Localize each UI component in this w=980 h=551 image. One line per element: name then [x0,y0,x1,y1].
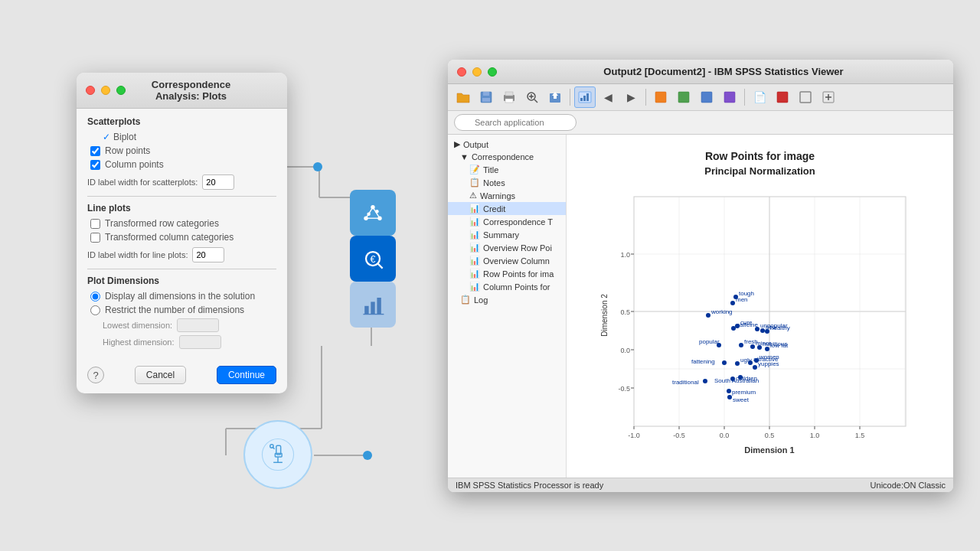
nav-col-points-label: Column Points for [483,282,550,292]
svg-rect-28 [275,454,282,457]
svg-text:fattening: fattening [691,358,715,365]
flow-node-network[interactable] [350,190,396,236]
row-points-checkbox[interactable] [90,146,100,156]
toolbar-export[interactable] [544,86,566,108]
spss-close-button[interactable] [457,67,466,77]
biplot-check-row: ✓ Biplot [87,132,276,142]
continue-button[interactable]: Continue [217,366,276,384]
id-value-line-input[interactable]: 20 [192,247,224,262]
toolbar-b4[interactable] [719,86,740,108]
display-all-row: Display all dimensions in the solution [87,291,276,302]
toolbar-doc[interactable]: 📄 [749,86,770,108]
svg-text:women: women [759,354,779,360]
transformed-col-label: Transformed column categories [105,232,234,243]
minimize-button[interactable] [101,86,110,95]
svg-point-97 [750,344,755,349]
microscope-icon [261,438,295,471]
highest-dim-input[interactable] [179,335,221,349]
dialog-footer: ? Cancel Continue [77,360,287,393]
toolbar-print[interactable] [498,86,520,108]
nav-output-icon: ▶ [454,139,460,149]
maximize-button[interactable] [116,86,126,95]
toolbar-add[interactable] [818,86,839,108]
svg-text:sweet: sweet [733,396,750,403]
help-button[interactable]: ? [87,367,104,383]
svg-text:1.5: 1.5 [854,432,864,439]
flow-node-barchart[interactable] [350,282,396,328]
toolbar-sep-3 [744,89,745,106]
toolbar-redo[interactable]: ▶ [620,86,642,108]
close-button[interactable] [86,86,95,95]
transformed-col-row: Transformed column categories [87,232,276,243]
id-label-scatter-row: ID label width for scatterplots: 20 [87,174,276,190]
spss-main-area: Row Points for image Principal Normaliza… [567,135,953,478]
nav-overview-row-icon: 📊 [469,243,480,253]
nav-col-points[interactable]: 📊 Column Points for [448,280,566,293]
svg-text:0.5: 0.5 [620,308,630,316]
svg-rect-50 [678,92,689,103]
id-value-scatter-input[interactable]: 20 [202,174,234,190]
svg-rect-38 [505,99,513,103]
transformed-col-checkbox[interactable] [90,233,100,243]
col-points-checkbox[interactable] [90,160,100,170]
spss-minimize-button[interactable] [472,67,482,77]
search-wrap: 🔍 [454,114,577,131]
scatter-chart-svg: Dimension 2 1.0 0.5 0.0 -0.5 -1.0 -0.5 0… [599,189,921,465]
nav-warnings-icon: ⚠ [469,191,477,201]
lowest-dim-label: Lowest dimension: [103,321,172,330]
restrict-num-radio[interactable] [90,305,100,315]
barchart-icon [359,291,387,318]
nav-overview-col-icon: 📊 [469,256,480,266]
svg-rect-22 [364,306,368,315]
nav-notes[interactable]: 📋 Notes [448,176,566,189]
toolbar-b3[interactable] [696,86,717,108]
lowest-dim-row: Lowest dimension: [87,318,276,332]
toolbar-zoom[interactable] [521,86,543,108]
nav-output[interactable]: ▶ Output [448,138,566,151]
status-right: Unicode:ON Classic [871,481,946,490]
svg-rect-37 [505,92,513,96]
svg-point-87 [755,327,760,331]
connector-dot-bottom [363,451,372,460]
toolbar-b2[interactable] [673,86,694,108]
flow-node-search[interactable]: € [350,236,396,282]
row-points-row: Row points [87,145,276,156]
transformed-row-checkbox[interactable] [90,219,100,229]
cancel-button[interactable]: Cancel [135,366,186,384]
search-input[interactable] [454,114,577,131]
nav-summary[interactable]: 📊 Summary [448,228,566,241]
svg-point-85 [731,326,736,331]
toolbar-sep-1 [570,89,570,106]
toolbar-box[interactable] [795,86,816,108]
nav-credit[interactable]: 📊 Credit [448,202,566,215]
toolbar-save[interactable] [475,86,497,108]
nav-row-points[interactable]: 📊 Row Points for ima [448,267,566,280]
toolbar-pin[interactable] [772,86,793,108]
toolbar-undo[interactable]: ◀ [597,86,619,108]
svg-point-107 [748,360,753,365]
svg-rect-52 [724,92,735,103]
id-label-line-text: ID label width for line plots: [87,250,188,259]
svg-rect-54 [800,92,811,103]
spss-maximize-button[interactable] [488,67,497,77]
toolbar-open[interactable] [452,86,474,108]
flow-node-microscope[interactable] [243,420,312,489]
svg-text:1.0: 1.0 [620,251,630,259]
nav-overview-col[interactable]: 📊 Overview Column [448,254,566,267]
nav-overview-row[interactable]: 📊 Overview Row Poi [448,241,566,254]
display-all-radio[interactable] [90,292,100,302]
x-axis-label: Dimension 1 [744,445,794,455]
nav-log[interactable]: 📋 Log [448,293,566,306]
nav-warnings[interactable]: ⚠ Warnings [448,189,566,202]
spss-content: ▶ Output ▼ Correspondence 📝 Title 📋 Note… [448,135,953,478]
nav-correspondence[interactable]: ▼ Correspondence [448,151,566,163]
toolbar-chart-active[interactable] [574,86,596,108]
dialog-titlebar: Correspondence Analysis: Plots [77,73,287,109]
nav-title[interactable]: 📝 Title [448,163,566,176]
nav-output-label: Output [463,140,488,149]
toolbar-sep-2 [645,89,646,106]
svg-text:working: working [710,308,733,315]
lowest-dim-input[interactable] [177,318,219,332]
nav-corr-table[interactable]: 📊 Correspondence T [448,215,566,228]
toolbar-b1[interactable] [650,86,671,108]
